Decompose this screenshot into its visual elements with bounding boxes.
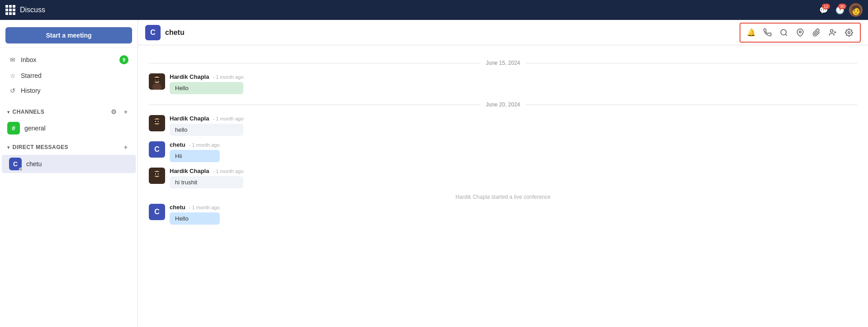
dm-actions: + xyxy=(121,143,130,152)
starred-label: Starred xyxy=(21,72,42,79)
sidebar-item-starred[interactable]: ☆ Starred xyxy=(2,68,136,83)
sidebar-item-history[interactable]: ↺ History xyxy=(2,83,136,98)
inbox-icon: ✉ xyxy=(9,56,16,63)
chetu-status-indicator xyxy=(19,168,23,171)
topbar: Discuss 💬 12 🕐 30 🧑 xyxy=(0,0,868,20)
app-grid-icon[interactable] xyxy=(5,5,15,15)
history-label: History xyxy=(21,87,41,94)
msg-time-1: - 1 month ago xyxy=(213,74,243,80)
chetu-avatar-3: C xyxy=(149,141,165,158)
msg-bubble-5: Hello xyxy=(170,212,220,225)
msg-author-2: Hardik Chapla xyxy=(170,115,209,122)
message-group-1: Hardik Chapla - 1 month ago Hello xyxy=(149,73,857,94)
msg-author-1: Hardik Chapla xyxy=(170,73,209,80)
chat-contact-avatar: C xyxy=(145,25,161,40)
chetu-avatar-5: C xyxy=(149,204,165,220)
dm-chevron-icon[interactable]: ▾ xyxy=(7,145,10,150)
main-layout: Start a meeting ✉ Inbox 9 ☆ Starred ↺ Hi… xyxy=(0,20,868,327)
topbar-right: 💬 12 🕐 30 🧑 xyxy=(816,3,863,17)
topbar-left: Discuss xyxy=(5,5,45,15)
msg-bubble-2: hello xyxy=(170,124,243,136)
channels-section-header: ▾ CHANNELS ⚙ + xyxy=(0,102,138,119)
bell-action-button[interactable]: 🔔 xyxy=(744,25,759,40)
message-group-3: C chetu - 1 month ago Hii xyxy=(149,141,857,162)
history-icon: ↺ xyxy=(9,87,16,94)
channels-settings-icon[interactable]: ⚙ xyxy=(109,107,119,116)
svg-rect-16 xyxy=(155,78,159,80)
chat-header-info: chetu xyxy=(165,29,185,37)
msg-header-5: chetu - 1 month ago xyxy=(170,204,220,211)
chat-area: C chetu 🔔 xyxy=(138,20,868,327)
start-meeting-button[interactable]: Start a meeting xyxy=(5,27,132,43)
date-label-june20: June 20, 2024 xyxy=(486,101,520,108)
msg-time-3: - 1 month ago xyxy=(189,142,220,148)
msg-content-1: Hardik Chapla - 1 month ago Hello xyxy=(170,73,243,94)
msg-author-5: chetu xyxy=(170,204,185,211)
msg-header-4: Hardik Chapla - 1 month ago xyxy=(170,168,243,174)
msg-bubble-4: hi trushit xyxy=(170,176,243,188)
msg-bubble-1: Hello xyxy=(170,82,243,94)
channels-chevron-icon[interactable]: ▾ xyxy=(7,110,10,115)
message-group-4: Hardik Chapla - 1 month ago hi trushit xyxy=(149,168,857,188)
sidebar: Start a meeting ✉ Inbox 9 ☆ Starred ↺ Hi… xyxy=(0,20,138,327)
message-group-2: Hardik Chapla - 1 month ago hello xyxy=(149,115,857,136)
channel-general-label: general xyxy=(24,125,46,132)
msg-author-3: chetu xyxy=(170,141,185,148)
date-divider-june20: June 20, 2024 xyxy=(149,101,857,108)
sidebar-top: Start a meeting xyxy=(0,20,138,48)
channels-actions: ⚙ + xyxy=(109,107,130,116)
msg-content-3: chetu - 1 month ago Hii xyxy=(170,141,220,162)
svg-point-0 xyxy=(781,29,786,35)
message-group-5: C chetu - 1 month ago Hello xyxy=(149,204,857,225)
svg-rect-19 xyxy=(154,120,160,123)
msg-header-1: Hardik Chapla - 1 month ago xyxy=(170,73,243,80)
clock-badge: 30 xyxy=(838,4,846,9)
phone-action-button[interactable] xyxy=(760,25,775,40)
search-action-button[interactable] xyxy=(777,25,791,40)
settings-action-button[interactable] xyxy=(842,25,856,40)
chetu-dm-label: chetu xyxy=(26,160,42,168)
svg-rect-26 xyxy=(154,172,160,176)
messages-badge: 12 xyxy=(822,4,830,9)
svg-point-3 xyxy=(830,29,833,32)
clock-icon-btn[interactable]: 🕐 30 xyxy=(833,3,847,17)
channels-label: CHANNELS xyxy=(13,109,45,115)
system-message: Hardik Chapla started a live conference xyxy=(149,194,857,200)
chat-messages: June 15, 2024 Hardik Chapla - 1 month ag… xyxy=(138,45,868,327)
msg-content-4: Hardik Chapla - 1 month ago hi trushit xyxy=(170,168,243,188)
svg-point-29 xyxy=(156,173,156,174)
messages-icon-btn[interactable]: 💬 12 xyxy=(816,3,831,17)
add-user-action-button[interactable] xyxy=(825,25,840,40)
user-avatar[interactable]: 🧑 xyxy=(849,3,863,17)
svg-point-30 xyxy=(158,173,159,174)
msg-time-4: - 1 month ago xyxy=(213,168,243,174)
dm-item-chetu[interactable]: C chetu xyxy=(2,155,136,173)
msg-content-2: Hardik Chapla - 1 month ago hello xyxy=(170,115,243,136)
chat-header: C chetu 🔔 xyxy=(138,20,868,45)
pin-action-button[interactable] xyxy=(793,25,807,40)
channel-item-general[interactable]: # general xyxy=(0,119,138,137)
svg-point-23 xyxy=(158,121,159,121)
msg-time-5: - 1 month ago xyxy=(189,205,220,210)
svg-point-22 xyxy=(156,121,156,121)
date-label-june15: June 15, 2024 xyxy=(486,60,520,66)
sidebar-nav: ✉ Inbox 9 ☆ Starred ↺ History xyxy=(0,48,138,102)
star-icon: ☆ xyxy=(9,72,16,79)
chat-header-actions: 🔔 xyxy=(740,23,861,43)
date-divider-june15: June 15, 2024 xyxy=(149,60,857,66)
hardik-avatar-4 xyxy=(149,168,165,184)
msg-header-2: Hardik Chapla - 1 month ago xyxy=(170,115,243,122)
dm-section-header: ▾ DIRECT MESSAGES + xyxy=(0,137,138,154)
chat-contact-initial: C xyxy=(150,29,156,37)
sidebar-item-inbox[interactable]: ✉ Inbox 9 xyxy=(2,52,136,68)
inbox-label: Inbox xyxy=(21,56,36,63)
msg-time-2: - 1 month ago xyxy=(213,116,243,121)
svg-line-1 xyxy=(785,34,787,35)
chat-contact-name: chetu xyxy=(165,29,185,37)
dm-add-icon[interactable]: + xyxy=(121,143,130,152)
hardik-avatar-2 xyxy=(149,115,165,131)
channels-add-icon[interactable]: + xyxy=(121,107,130,116)
attachment-action-button[interactable] xyxy=(809,25,824,40)
msg-content-5: chetu - 1 month ago Hello xyxy=(170,204,220,225)
svg-point-6 xyxy=(848,31,850,34)
